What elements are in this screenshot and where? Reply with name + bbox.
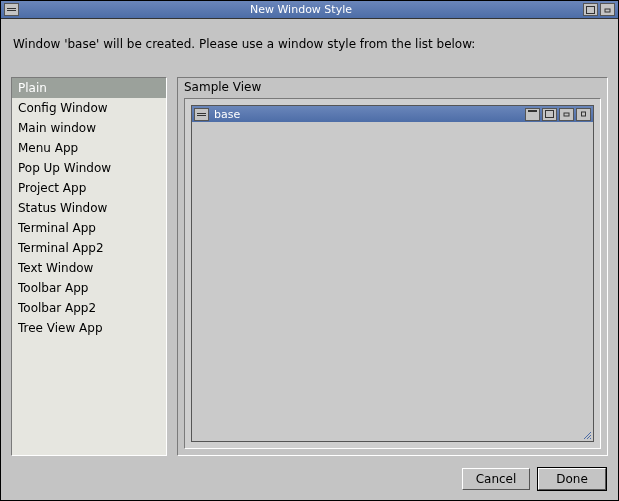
svg-rect-8 — [564, 113, 569, 116]
svg-rect-7 — [546, 111, 554, 118]
panels: PlainConfig WindowMain windowMenu AppPop… — [11, 77, 608, 456]
sample-canvas: base — [184, 98, 601, 449]
list-item[interactable]: Terminal App — [12, 218, 166, 238]
svg-rect-6 — [528, 110, 537, 112]
minimize-button[interactable] — [600, 3, 615, 16]
dialog-window: New Window Style Window 'base' will be c… — [0, 0, 619, 501]
sample-view-panel: Sample View base — [177, 77, 608, 456]
list-item[interactable]: Menu App — [12, 138, 166, 158]
instruction-text: Window 'base' will be created. Please us… — [11, 29, 608, 67]
list-item[interactable]: Status Window — [12, 198, 166, 218]
done-button[interactable]: Done — [538, 468, 606, 490]
titlebar: New Window Style — [1, 1, 618, 19]
preview-shade-button[interactable] — [525, 108, 540, 121]
preview-close-button[interactable] — [576, 108, 591, 121]
button-bar: Cancel Done — [11, 466, 608, 490]
window-menu-button[interactable] — [4, 3, 19, 16]
sample-view-label: Sample View — [178, 78, 607, 96]
list-item[interactable]: Tree View App — [12, 318, 166, 338]
list-item[interactable]: Toolbar App — [12, 278, 166, 298]
list-item[interactable]: Config Window — [12, 98, 166, 118]
svg-rect-2 — [587, 6, 595, 13]
svg-rect-1 — [7, 10, 16, 11]
list-item[interactable]: Pop Up Window — [12, 158, 166, 178]
svg-rect-9 — [582, 112, 586, 116]
style-list[interactable]: PlainConfig WindowMain windowMenu AppPop… — [11, 77, 167, 456]
list-item[interactable]: Toolbar App2 — [12, 298, 166, 318]
maximize-button[interactable] — [583, 3, 598, 16]
svg-rect-0 — [7, 8, 16, 9]
preview-minimize-button[interactable] — [559, 108, 574, 121]
list-item[interactable]: Main window — [12, 118, 166, 138]
preview-titlebar: base — [192, 106, 593, 122]
svg-rect-3 — [605, 9, 610, 12]
window-title: New Window Style — [20, 3, 582, 16]
dialog-body: Window 'base' will be created. Please us… — [1, 19, 618, 500]
list-item[interactable]: Text Window — [12, 258, 166, 278]
preview-maximize-button[interactable] — [542, 108, 557, 121]
cancel-button[interactable]: Cancel — [462, 468, 530, 490]
svg-line-12 — [590, 438, 591, 439]
list-item[interactable]: Project App — [12, 178, 166, 198]
preview-window-title: base — [210, 108, 524, 121]
list-item[interactable]: Terminal App2 — [12, 238, 166, 258]
preview-client-area — [192, 122, 593, 441]
svg-rect-4 — [197, 113, 206, 114]
list-item[interactable]: Plain — [12, 78, 166, 98]
preview-window-menu-button[interactable] — [194, 108, 209, 121]
svg-rect-5 — [197, 115, 206, 116]
preview-window: base — [191, 105, 594, 442]
resize-grip-icon[interactable] — [582, 430, 592, 440]
